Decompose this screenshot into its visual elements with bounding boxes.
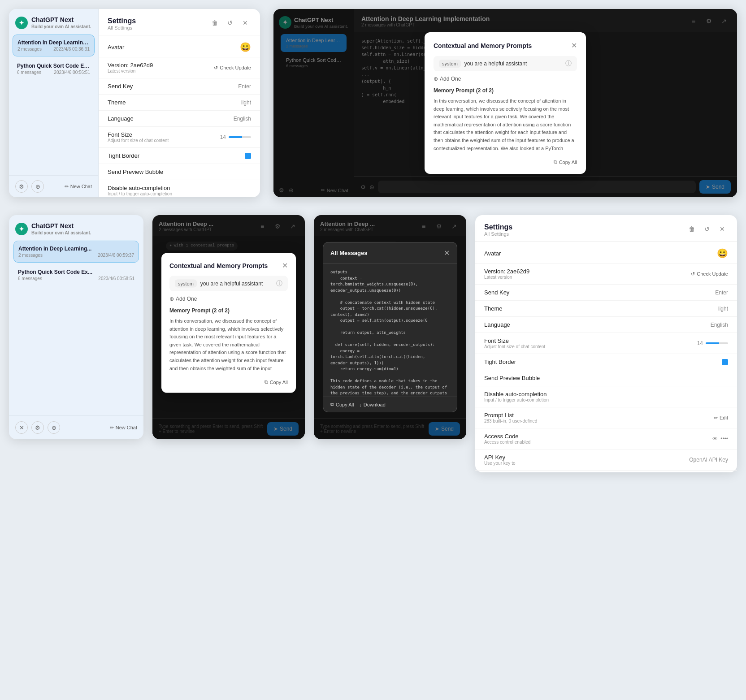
bottom-chat-item-1[interactable]: Attention in Deep Learning... 2 messages… <box>13 241 139 263</box>
bottom-avatar-emoji[interactable]: 😀 <box>717 248 728 259</box>
all-messages-download-btn[interactable]: ↓ Download <box>359 402 385 407</box>
bottom-new-chat-btn[interactable]: ✏ New Chat <box>110 425 137 431</box>
bottom-settings-row-sendpreview: Send Preview Bubble <box>475 370 737 386</box>
bottom-font-slider[interactable] <box>706 342 728 344</box>
all-messages-modal: All Messages ✕ outputs context = torch.b… <box>323 242 457 412</box>
bottom-settings-sublabel-access: Access control enabled <box>484 440 530 445</box>
bottom-card2-system-icon: ⓘ <box>276 280 282 288</box>
system-row-icon: ⓘ <box>565 60 572 68</box>
top-modal-copy-all-btn[interactable]: ⧉ Copy All <box>554 159 577 165</box>
access-eye-icon[interactable]: 👁 <box>712 436 718 442</box>
top-left-panel: ✦ ChatGPT Next Build your own AI assista… <box>9 9 260 197</box>
top-left-chat-list: Attention in Deep Learning... 2 messages… <box>9 35 98 175</box>
bookmark-icon-btn[interactable]: ⊕ <box>31 180 44 193</box>
all-messages-download-label: Download <box>364 402 386 407</box>
bottom-tight-border-toggle[interactable] <box>722 359 728 365</box>
check-update-label: Check Update <box>220 65 251 70</box>
bottom-sidebar-footer: ✕ ⚙ ⊕ ✏ New Chat <box>9 415 143 439</box>
settings-row-autocomplete: Disable auto-completion Input / to trigg… <box>99 180 260 197</box>
bottom-settings-close[interactable]: ✕ <box>716 223 728 235</box>
fontsize-value: 14 <box>220 134 226 140</box>
bottom-edit-icon: ✏ <box>714 415 718 421</box>
top-row: ✦ ChatGPT Next Build your own AI assista… <box>9 9 737 197</box>
modal-overlay[interactable]: Contextual and Memory Prompts ✕ system ⓘ… <box>273 9 737 197</box>
bottom-card2-modal: Contextual and Memory Prompts ✕ system ⓘ… <box>161 253 296 393</box>
font-size-slider[interactable] <box>229 136 251 138</box>
new-chat-button[interactable]: ✏ New Chat <box>65 184 92 190</box>
bottom-settings-trash[interactable]: 🗑 <box>686 223 698 235</box>
bottom-chat-item-2[interactable]: Python Quick Sort Code Ex... 6 messages … <box>13 264 139 285</box>
settings-refresh-btn[interactable]: ↺ <box>224 17 236 29</box>
bottom-settings-label-sendpreview: Send Preview Bubble <box>484 375 540 381</box>
bottom-app-title: ✦ ChatGPT Next Build your own AI assista… <box>15 222 137 235</box>
bottom-settings-label-version: Version: 2ae62d9 <box>484 268 529 275</box>
bottom-new-chat-label: New Chat <box>116 425 137 430</box>
settings-close-btn[interactable]: ✕ <box>239 17 251 29</box>
bottom-settings-row-tightborder: Tight Border <box>475 354 737 370</box>
bottom-prompt-edit-btn[interactable]: ✏ Edit <box>714 415 728 421</box>
tight-border-toggle[interactable] <box>245 153 251 159</box>
settings-trash-btn[interactable]: 🗑 <box>209 17 221 29</box>
language-value: English <box>234 116 251 122</box>
settings-icon-btn[interactable]: ⚙ <box>15 180 28 193</box>
bottom-settings-row-avatar: Avatar 😀 <box>475 243 737 264</box>
settings-sublabel-fontsize: Adjust font size of chat content <box>108 138 169 143</box>
bottom-card2-section-title: Memory Prompt (2 of 2) <box>169 307 288 314</box>
settings-panel: Settings All Settings 🗑 ↺ ✕ Avatar <box>99 9 260 197</box>
copy-icon-2: ⧉ <box>265 379 268 385</box>
bottom-fontsize-value: 14 <box>697 340 703 346</box>
bottom-settings-actions: 🗑 ↺ ✕ <box>686 223 728 235</box>
settings-label-theme: Theme <box>108 99 126 106</box>
bottom-app-name: ChatGPT Next <box>31 222 91 229</box>
bottom-settings-label-tightborder: Tight Border <box>484 359 516 365</box>
bottom-settings-refresh[interactable]: ↺ <box>701 223 713 235</box>
bottom-settings-row-version: Version: 2ae62d9 Latest version ↺ Check … <box>475 264 737 285</box>
all-messages-close-btn[interactable]: ✕ <box>444 249 450 257</box>
bottom-settings-btn[interactable]: ⚙ <box>31 421 44 434</box>
refresh-small-icon: ↺ <box>214 65 218 71</box>
system-prompt-input[interactable] <box>464 60 562 67</box>
modal-title: Contextual and Memory Prompts <box>434 42 532 49</box>
bottom-settings-label-theme: Theme <box>484 305 502 312</box>
chat-item-2-date: 2023/4/6 00:56:51 <box>54 70 90 75</box>
bottom-settings-sublabel-promptlist: 283 built-in, 0 user-defined <box>484 419 537 423</box>
bottom-settings-sublabel-fontsize: Adjust font size of chat content <box>484 344 545 349</box>
bottom-settings-label-avatar: Avatar <box>484 250 501 257</box>
bottom-settings-row-fontsize: Font Size Adjust font size of chat conte… <box>475 333 737 354</box>
bottom-card2-modal-title: Contextual and Memory Prompts <box>169 262 268 269</box>
settings-label-avatar: Avatar <box>108 44 124 51</box>
modal-system-row: system ⓘ <box>434 56 577 71</box>
bottom-bookmark-btn[interactable]: ⊕ <box>48 421 60 434</box>
all-messages-copy-icon: ⧉ <box>330 402 334 407</box>
bottom-check-update[interactable]: ↺ Check Update <box>691 271 728 277</box>
chat-item-2[interactable]: Python Quick Sort Code Ex... 6 messages … <box>13 58 95 79</box>
bottom-chat-list: Attention in Deep Learning... 2 messages… <box>9 241 143 415</box>
bottom-settings-label-sendkey: Send Key <box>484 289 509 296</box>
avatar-emoji[interactable]: 😀 <box>240 42 251 52</box>
bottom-card2-modal-close[interactable]: ✕ <box>282 261 288 270</box>
chat-item-1[interactable]: Attention in Deep Learning... 2 messages… <box>13 35 95 56</box>
bottom-card2-system-input[interactable] <box>200 281 273 287</box>
bottom-theme-value: light <box>718 306 728 312</box>
add-one-button[interactable]: ⊕ Add One <box>434 76 577 82</box>
check-update-btn[interactable]: ↺ Check Update <box>214 65 251 71</box>
settings-label-autocomplete: Disable auto-completion <box>108 185 172 191</box>
chat-item-1-messages: 2 messages <box>17 47 42 52</box>
bottom-settings-row-access: Access Code Access control enabled 👁 •••… <box>475 428 737 449</box>
modal-close-btn[interactable]: ✕ <box>571 41 577 50</box>
bottom-settings-sublabel-version: Latest version <box>484 275 529 280</box>
settings-label-tightborder: Tight Border <box>108 152 139 159</box>
all-messages-title: All Messages <box>330 250 367 256</box>
settings-label-sendkey: Send Key <box>108 83 133 90</box>
bottom-settings-subtitle: All Settings <box>484 231 512 237</box>
bottom-chat-item-1-title: Attention in Deep Learning... <box>18 246 134 252</box>
bottom-sidebar-header: ✦ ChatGPT Next Build your own AI assista… <box>9 215 143 241</box>
app-title: ✦ ChatGPT Next Build your own AI assista… <box>15 16 92 29</box>
bottom-card2-add-one[interactable]: ⊕ Add One <box>169 296 288 302</box>
bottom-card2-copy-all[interactable]: ⧉ Copy All <box>265 379 288 385</box>
settings-row-language: Language English <box>99 111 260 127</box>
all-messages-copy-btn[interactable]: ⧉ Copy All <box>330 402 354 407</box>
bottom-close-btn[interactable]: ✕ <box>15 421 28 434</box>
main-layout: ✦ ChatGPT Next Build your own AI assista… <box>9 9 737 472</box>
app-name: ChatGPT Next <box>31 16 91 23</box>
